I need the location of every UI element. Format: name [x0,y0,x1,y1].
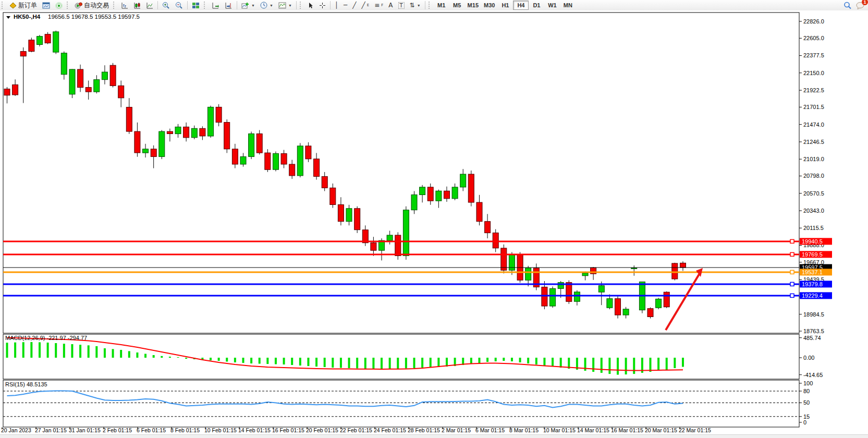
svg-text:8 Mar 01:15: 8 Mar 01:15 [509,427,539,433]
tab-timeframe-m30[interactable]: M30 [481,1,497,10]
autotrading-button[interactable]: 自动交易 [72,0,112,10]
svg-text:19769.5: 19769.5 [802,251,823,258]
trendline-tool-button[interactable]: ╱ [350,0,359,10]
toolbar-grip[interactable] [2,2,5,9]
horizontal-line-tool-button[interactable]: ─ [341,0,350,10]
tab-timeframe-mn[interactable]: MN [560,1,576,10]
svg-text:-414.65: -414.65 [803,372,823,378]
svg-text:19229.4: 19229.4 [802,293,823,299]
svg-text:14 Mar 01:15: 14 Mar 01:15 [577,427,609,433]
svg-text:0.00: 0.00 [803,355,814,361]
arrows-caret: ▼ [417,4,421,7]
macd-label: MACD(12,26,9) -221.97 -294.77 [5,335,87,341]
time-axis[interactable]: 20 Jan 202327 Jan 01:1531 Jan 01:152 Feb… [1,427,711,433]
tab-timeframe-w1[interactable]: W1 [544,1,560,10]
tab-timeframe-m15[interactable]: M15 [465,1,481,10]
status-bar [0,434,868,438]
svg-text:18763.5: 18763.5 [803,328,824,334]
tab-timeframe-m5[interactable]: M5 [449,1,465,10]
notifications-button[interactable]: 1 [856,1,865,9]
svg-text:0: 0 [803,419,806,425]
hline-handle [790,252,794,256]
svg-text:21701.5: 21701.5 [803,104,824,110]
line-chart-icon [146,2,153,9]
new-order-label: 新订单 [18,1,37,10]
svg-text:10 Feb 01:15: 10 Feb 01:15 [204,427,237,433]
line-chart-button[interactable] [143,0,156,10]
svg-text:19656.5 19678.5 19553.5 19597.: 19656.5 19678.5 19553.5 19597.5 [48,14,140,20]
crosshair-icon [319,2,326,9]
toolbar-grip[interactable] [429,2,432,9]
indicators-caret: ▼ [251,4,255,7]
chart-shift-icon [225,2,233,9]
autotrading-icon [75,2,82,9]
svg-text:16 Feb 01:15: 16 Feb 01:15 [272,427,304,433]
search-button[interactable] [843,1,852,9]
pane-frames [3,13,799,427]
svg-text:20343.0: 20343.0 [803,208,824,214]
hline-handle [790,239,794,243]
auto-scroll-icon [212,2,219,9]
svg-text:21474.0: 21474.0 [803,121,824,128]
svg-text:20570.5: 20570.5 [803,190,824,197]
tab-timeframe-h1[interactable]: H1 [497,1,513,10]
new-order-button[interactable]: 新订单 [7,0,40,10]
charts-window-button[interactable] [40,0,53,10]
channel-tool-button[interactable]: ╱E [359,0,372,10]
svg-text:24 Feb 01:15: 24 Feb 01:15 [374,427,406,433]
svg-text:22826.0: 22826.0 [803,18,824,25]
indicators-button[interactable]: ▼ [239,0,258,10]
zoom-in-button[interactable] [160,0,173,10]
crosshair-tool-button[interactable] [316,0,328,10]
toolbar-grip[interactable] [204,2,207,9]
periods-button[interactable]: ▼ [258,0,276,10]
clock-icon [260,2,267,9]
svg-text:19379.8: 19379.8 [802,281,823,287]
toolbar-grip[interactable] [300,2,303,9]
periods-caret: ▼ [270,4,273,7]
fibonacci-tool-button[interactable]: ≡F [372,0,386,10]
tab-timeframe-h4[interactable]: H4 [513,1,529,10]
tab-timeframe-m1[interactable]: M1 [434,1,449,10]
candlestick-chart-button[interactable] [131,0,143,10]
svg-text:100: 100 [803,380,813,386]
vertical-line-tool-button[interactable]: │ [332,0,341,10]
bar-chart-button[interactable] [118,0,131,10]
toolbar-grip[interactable] [67,2,70,9]
svg-text:HK50-,H4: HK50-,H4 [14,14,41,20]
svg-text:27 Jan 01:15: 27 Jan 01:15 [35,427,67,433]
hline-handle [790,294,794,297]
arrows-tool-button[interactable]: ⇅▼ [407,0,423,10]
auto-scroll-button[interactable] [209,0,222,10]
text-tool-button[interactable]: A [386,0,395,10]
toolbar-grip[interactable] [113,2,117,9]
svg-text:10 Mar 01:15: 10 Mar 01:15 [543,427,576,433]
svg-text:50: 50 [803,399,810,406]
search-icon [843,2,852,9]
svg-text:20 Mar 01:15: 20 Mar 01:15 [645,427,677,433]
hline-handle [790,270,794,274]
tile-windows-button[interactable] [189,0,202,10]
svg-text:22 Mar 01:15: 22 Mar 01:15 [679,427,711,433]
chart-svg[interactable]: 22826.022605.022377.522150.021922.521701… [0,10,868,434]
tab-timeframe-d1[interactable]: D1 [529,1,544,10]
text-label-tool-button[interactable]: T [396,0,407,10]
tile-windows-icon [192,2,200,9]
autotrading-label: 自动交易 [84,1,109,10]
chart-shift-button[interactable] [222,0,235,10]
svg-text:28 Feb 01:15: 28 Feb 01:15 [408,427,440,433]
chart-window[interactable]: 22826.022605.022377.522150.021922.521701… [0,10,868,434]
svg-text:21019.0: 21019.0 [803,156,824,162]
cursor-tool-button[interactable] [305,0,316,10]
svg-text:485.74: 485.74 [803,335,821,341]
svg-text:21922.5: 21922.5 [803,87,824,93]
svg-text:80: 80 [803,388,810,394]
zoom-out-button[interactable] [173,0,186,10]
svg-text:22377.5: 22377.5 [803,52,824,58]
svg-text:20 Jan 2023: 20 Jan 2023 [1,427,31,433]
signals-icon [55,2,63,9]
svg-text:6 Feb 01:15: 6 Feb 01:15 [137,427,166,433]
svg-text:22605.0: 22605.0 [803,35,824,41]
templates-button[interactable]: ▼ [276,0,295,10]
signals-button[interactable] [53,0,65,10]
